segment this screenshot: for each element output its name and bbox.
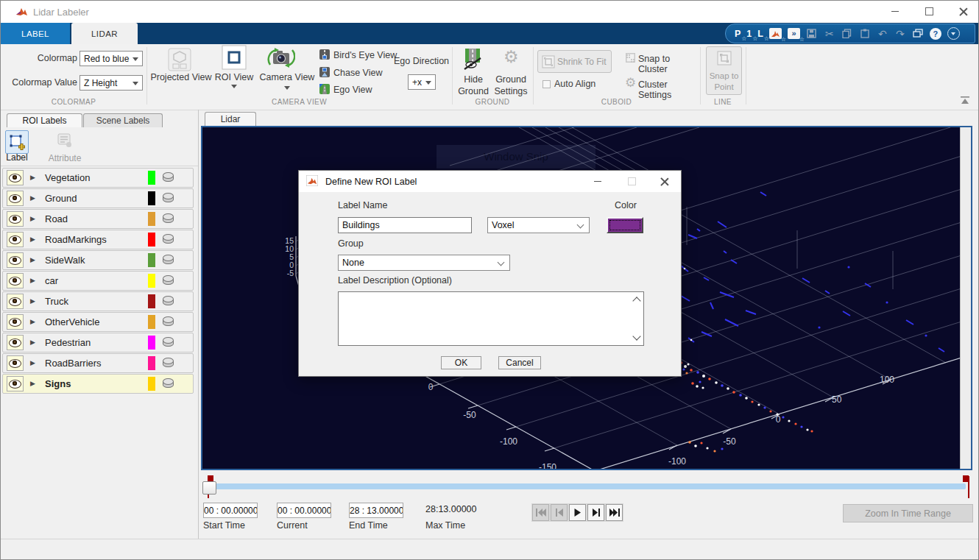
expand-arrow-icon[interactable]: ▶ [30, 215, 35, 222]
undo-icon[interactable]: ↶ [877, 28, 888, 40]
expand-arrow-icon[interactable]: ▶ [30, 256, 35, 263]
color-swatch[interactable] [148, 253, 155, 267]
shrink-to-fit-button[interactable]: Shrink To Fit [537, 50, 612, 73]
projected-view-button[interactable]: Projected View [148, 72, 214, 82]
tab-lidar[interactable]: LIDAR [71, 23, 138, 44]
favorite-l-button[interactable]: L [757, 29, 763, 39]
tab-label[interactable]: LABEL [1, 23, 70, 44]
label-color-swatch[interactable] [607, 217, 643, 233]
label-type-dropdown[interactable]: Voxel [487, 217, 590, 233]
camera-view-icon[interactable] [267, 46, 295, 72]
collapse-ribbon-icon[interactable] [960, 94, 970, 107]
visibility-eye-icon[interactable] [7, 211, 24, 227]
first-frame-button[interactable] [532, 504, 549, 521]
close-button[interactable] [947, 1, 979, 22]
ego-direction-dropdown[interactable]: +x [408, 74, 436, 90]
visibility-eye-icon[interactable] [7, 170, 24, 185]
colormap-value-dropdown[interactable]: Z Height [79, 75, 143, 91]
viewport-scrollbar[interactable] [960, 127, 971, 469]
color-swatch[interactable] [148, 171, 155, 185]
figure-tab-lidar[interactable]: Lidar [205, 112, 256, 126]
play-button[interactable] [569, 504, 586, 521]
add-label-button[interactable] [5, 130, 29, 154]
dialog-maximize-button[interactable] [615, 171, 648, 192]
color-swatch[interactable] [148, 233, 155, 247]
ok-button[interactable]: OK [441, 356, 481, 369]
visibility-eye-icon[interactable] [7, 294, 24, 309]
visibility-eye-icon[interactable] [7, 376, 24, 391]
expand-arrow-icon[interactable]: ▶ [30, 194, 35, 202]
help-icon[interactable]: ? [930, 28, 941, 40]
label-row-signs[interactable]: ▶ Signs [2, 374, 194, 394]
current-time-field[interactable] [277, 503, 331, 518]
visibility-eye-icon[interactable] [7, 232, 24, 247]
chevrons-button[interactable]: » [788, 28, 800, 39]
start-time-field[interactable] [203, 503, 258, 518]
visibility-eye-icon[interactable] [7, 191, 24, 206]
paste-icon[interactable] [859, 28, 871, 40]
time-slider-thumb[interactable] [202, 481, 216, 495]
colormap-dropdown[interactable]: Red to blue [79, 51, 143, 66]
label-row-roadbarriers[interactable]: ▶ RoadBarriers [2, 353, 194, 373]
expand-arrow-icon[interactable]: ▶ [30, 297, 35, 305]
favorite-1-button[interactable]: 1 [746, 29, 752, 39]
hide-ground-button[interactable]: Hide [453, 74, 493, 85]
scroll-down-icon[interactable] [632, 332, 640, 340]
previous-frame-button[interactable] [551, 504, 568, 521]
projected-view-icon[interactable] [166, 46, 193, 76]
end-time-field[interactable] [349, 503, 403, 518]
visibility-eye-icon[interactable] [7, 252, 24, 268]
expand-arrow-icon[interactable]: ▶ [30, 359, 35, 366]
roi-view-button[interactable]: ROI View [211, 72, 257, 82]
label-row-ground[interactable]: ▶ Ground [2, 188, 194, 208]
color-swatch[interactable] [148, 377, 155, 391]
expand-arrow-icon[interactable]: ▶ [30, 380, 35, 387]
matlab-snippet-button[interactable] [769, 28, 782, 39]
label-row-truck[interactable]: ▶ Truck [2, 291, 194, 311]
visibility-eye-icon[interactable] [7, 355, 24, 371]
expand-arrow-icon[interactable]: ▶ [30, 235, 35, 243]
save-icon[interactable] [806, 28, 818, 40]
attribute-button[interactable]: Attribute [43, 153, 86, 163]
label-row-roadmarkings[interactable]: ▶ RoadMarkings [2, 230, 194, 249]
windows-layout-icon[interactable] [912, 28, 924, 40]
textarea-scrollbar[interactable] [631, 293, 643, 344]
roi-view-dropdown-arrow-icon[interactable] [231, 85, 237, 88]
visibility-eye-icon[interactable] [7, 273, 24, 288]
expand-arrow-icon[interactable]: ▶ [30, 277, 35, 284]
maximize-button[interactable] [913, 1, 946, 22]
toolbar-dropdown-icon[interactable] [947, 27, 960, 40]
dialog-minimize-button[interactable] [582, 171, 614, 192]
expand-arrow-icon[interactable]: ▶ [30, 339, 35, 346]
ego-view-button[interactable]: Ego View [333, 85, 372, 95]
tab-scene-labels[interactable]: Scene Labels [83, 113, 163, 127]
birds-eye-view-button[interactable]: Bird's Eye View [333, 50, 397, 60]
label-row-car[interactable]: ▶ car [2, 271, 194, 291]
color-swatch[interactable] [148, 315, 155, 329]
last-frame-button[interactable] [606, 504, 623, 521]
redo-icon[interactable]: ↷ [894, 28, 906, 40]
camera-view-dropdown-arrow-icon[interactable] [284, 86, 290, 90]
scroll-up-icon[interactable] [632, 297, 640, 305]
cluster-settings-button[interactable]: Cluster Settings [638, 79, 700, 100]
color-swatch[interactable] [148, 191, 155, 205]
minimize-button[interactable] [878, 1, 911, 22]
cancel-button[interactable]: Cancel [498, 356, 541, 369]
cut-icon[interactable]: ✂ [824, 28, 835, 40]
zoom-in-time-range-button[interactable]: Zoom In Time Range [843, 504, 973, 522]
copy-icon[interactable] [841, 28, 853, 40]
label-row-vegetation[interactable]: ▶ Vegetation [2, 168, 194, 188]
auto-align-checkbox[interactable] [542, 80, 551, 88]
visibility-eye-icon[interactable] [7, 314, 24, 330]
snap-to-point-button[interactable]: Snap to Point [706, 46, 742, 95]
favorite-p-button[interactable]: P [735, 29, 741, 39]
label-name-input[interactable] [338, 217, 472, 233]
roi-view-icon[interactable] [222, 45, 247, 73]
label-row-sidewalk[interactable]: ▶ SideWalk [2, 250, 194, 270]
expand-arrow-icon[interactable]: ▶ [30, 174, 35, 181]
expand-arrow-icon[interactable]: ▶ [30, 318, 35, 325]
hide-ground-icon[interactable] [463, 49, 483, 73]
color-swatch[interactable] [148, 294, 155, 308]
chase-view-button[interactable]: Chase View [333, 68, 382, 78]
dialog-title-bar[interactable]: Define New ROI Label [299, 171, 681, 192]
